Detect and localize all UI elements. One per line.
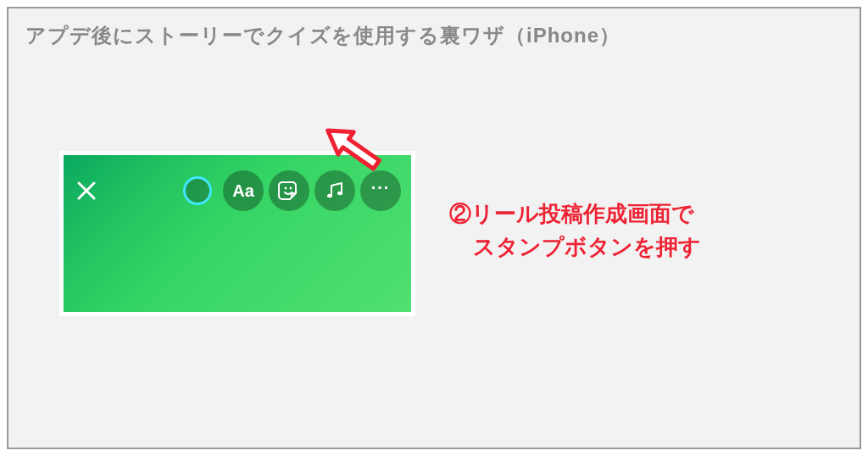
svg-point-2 [285, 187, 287, 190]
capture-button[interactable] [177, 170, 218, 211]
capture-ring-icon [183, 176, 212, 205]
sticker-button[interactable] [269, 170, 309, 211]
close-button[interactable] [74, 178, 99, 203]
step-caption: ②リール投稿作成画面で スタンプボタンを押す [449, 197, 701, 264]
svg-point-4 [327, 194, 332, 197]
editor-toolbar: Aa [64, 170, 411, 211]
reels-editor-screenshot: Aa [59, 151, 415, 316]
music-icon [324, 180, 346, 202]
svg-point-5 [337, 192, 342, 195]
music-button[interactable] [314, 170, 355, 211]
card-title: アプデ後にストーリーでクイズを使用する裏ワザ（iPhone） [25, 22, 843, 49]
more-button[interactable]: ··· [360, 170, 401, 211]
content-area: Aa [25, 49, 843, 427]
more-icon: ··· [371, 187, 391, 194]
caption-line-2: スタンプボタンを押す [449, 231, 701, 264]
svg-point-3 [290, 187, 292, 190]
tutorial-card: アプデ後にストーリーでクイズを使用する裏ワザ（iPhone） Aa [7, 7, 861, 449]
sticker-icon [277, 179, 301, 203]
text-button[interactable]: Aa [223, 170, 264, 211]
text-icon: Aa [232, 181, 254, 201]
caption-line-1: ②リール投稿作成画面で [449, 197, 701, 231]
close-icon [75, 180, 97, 202]
